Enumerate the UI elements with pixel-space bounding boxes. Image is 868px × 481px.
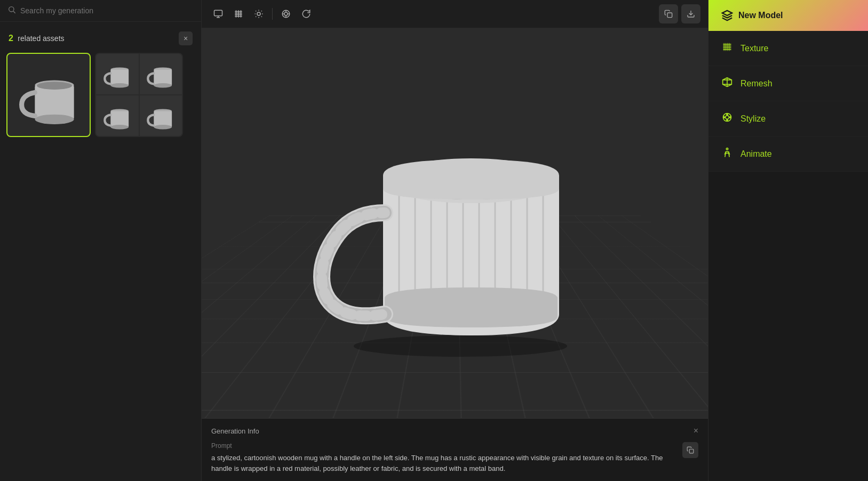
- sidebar-item-remesh[interactable]: Remesh: [708, 66, 868, 101]
- texture-icon: [721, 42, 733, 55]
- asset-card-single[interactable]: [6, 53, 91, 137]
- svg-point-17: [154, 125, 172, 129]
- svg-line-35: [256, 17, 256, 17]
- svg-point-78: [723, 117, 725, 118]
- gen-info-title: Generation Info: [211, 427, 259, 435]
- download-model-button[interactable]: [681, 4, 700, 23]
- close-related-assets-button[interactable]: ×: [179, 31, 193, 45]
- svg-rect-16: [154, 111, 172, 127]
- center-panel: Generation Info × Prompt a stylized, car…: [202, 0, 708, 481]
- target-button[interactable]: [277, 5, 295, 23]
- refresh-button[interactable]: [297, 5, 315, 23]
- svg-point-74: [726, 116, 729, 119]
- animate-label: Animate: [740, 149, 772, 159]
- svg-rect-60: [689, 449, 694, 453]
- new-model-button[interactable]: New Model: [708, 0, 868, 31]
- svg-point-5: [37, 82, 72, 90]
- wireframe-button[interactable]: [229, 5, 248, 23]
- sidebar-item-texture[interactable]: Texture: [708, 31, 868, 66]
- svg-point-79: [726, 148, 728, 150]
- lighting-button[interactable]: [250, 5, 268, 23]
- prompt-content: Prompt a stylized, cartoonish wooden mug…: [211, 442, 677, 474]
- stylize-icon: [721, 112, 733, 125]
- sidebar-item-stylize[interactable]: Stylize: [708, 101, 868, 137]
- svg-point-4: [35, 115, 74, 124]
- gen-info-close-button[interactable]: ×: [694, 426, 698, 436]
- texture-label: Texture: [740, 44, 768, 53]
- prompt-row: Prompt a stylized, cartoonish wooden mug…: [211, 442, 698, 474]
- left-panel: 2 related assets ×: [0, 0, 202, 481]
- right-panel: New Model Texture R: [708, 0, 868, 481]
- sidebar-item-animate[interactable]: Animate: [708, 137, 868, 172]
- viewer-toolbar: [202, 0, 708, 28]
- monitor-view-button[interactable]: [209, 5, 227, 23]
- search-icon: [7, 5, 16, 16]
- gen-info-header: Generation Info ×: [211, 426, 698, 436]
- svg-point-76: [730, 117, 731, 118]
- 3d-model-mug: [306, 85, 604, 362]
- asset-grid-thumb-1: [96, 54, 139, 94]
- svg-rect-13: [110, 111, 129, 127]
- svg-line-31: [256, 11, 256, 11]
- svg-rect-43: [667, 13, 672, 18]
- svg-point-14: [110, 125, 129, 129]
- svg-line-32: [261, 17, 262, 17]
- stylize-label: Stylize: [740, 114, 766, 124]
- copy-model-button[interactable]: [659, 4, 678, 23]
- asset-grid-thumb-2: [140, 54, 182, 94]
- svg-point-28: [257, 12, 260, 15]
- asset-card-grid[interactable]: [95, 53, 183, 137]
- toolbar-right: [659, 4, 700, 23]
- 3d-viewport[interactable]: [202, 28, 708, 418]
- asset-thumbnail-single: [7, 54, 90, 136]
- svg-point-0: [9, 7, 14, 12]
- remesh-label: Remesh: [740, 79, 773, 89]
- svg-point-45: [354, 335, 567, 357]
- svg-rect-10: [154, 69, 172, 85]
- svg-point-75: [727, 114, 728, 115]
- prompt-label: Prompt: [211, 442, 677, 450]
- prompt-text: a stylized, cartoonish wooden mug with a…: [211, 453, 677, 474]
- asset-grid-thumb-3: [96, 95, 139, 136]
- animate-icon: [721, 147, 733, 161]
- svg-point-38: [284, 12, 288, 15]
- svg-rect-18: [214, 10, 222, 16]
- asset-thumbnails: [0, 53, 201, 137]
- svg-line-1: [13, 11, 15, 13]
- search-bar: [0, 0, 201, 22]
- related-assets-header: 2 related assets ×: [0, 22, 201, 53]
- svg-point-77: [727, 120, 728, 122]
- svg-line-36: [261, 11, 262, 11]
- related-assets-label: 2 related assets: [9, 34, 65, 43]
- svg-rect-7: [110, 69, 129, 85]
- search-input[interactable]: [20, 6, 194, 15]
- copy-prompt-button[interactable]: [682, 442, 698, 458]
- asset-grid-thumb-4: [140, 95, 182, 136]
- svg-rect-3: [35, 85, 74, 119]
- toolbar-divider: [272, 8, 273, 20]
- svg-point-8: [110, 83, 129, 87]
- generation-info-panel: Generation Info × Prompt a stylized, car…: [202, 418, 708, 481]
- remesh-icon: [721, 77, 733, 90]
- svg-point-11: [154, 83, 172, 87]
